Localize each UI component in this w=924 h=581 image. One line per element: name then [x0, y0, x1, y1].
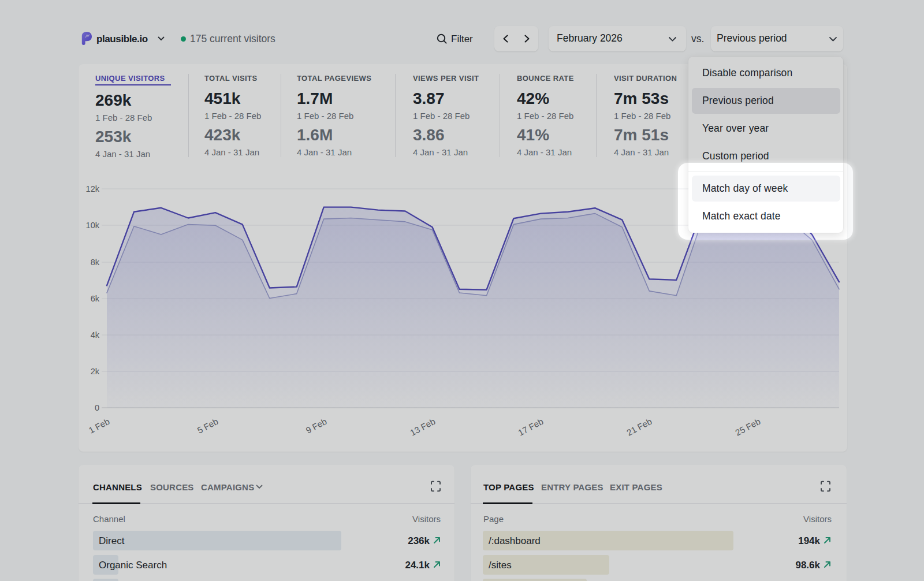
svg-text:17 Feb: 17 Feb	[516, 416, 545, 438]
svg-text:1 Feb: 1 Feb	[87, 416, 111, 435]
svg-text:12k: 12k	[86, 184, 100, 193]
svg-text:4k: 4k	[91, 330, 100, 340]
svg-text:10k: 10k	[86, 221, 100, 230]
svg-text:0: 0	[95, 403, 99, 412]
svg-text:6k: 6k	[91, 294, 100, 303]
svg-text:9 Feb: 9 Feb	[304, 416, 329, 435]
svg-text:21 Feb: 21 Feb	[625, 416, 653, 438]
svg-text:5 Feb: 5 Feb	[196, 416, 220, 435]
svg-text:13 Feb: 13 Feb	[408, 416, 437, 438]
svg-text:8k: 8k	[91, 258, 100, 267]
svg-text:2k: 2k	[91, 367, 100, 376]
svg-text:25 Feb: 25 Feb	[733, 416, 762, 438]
